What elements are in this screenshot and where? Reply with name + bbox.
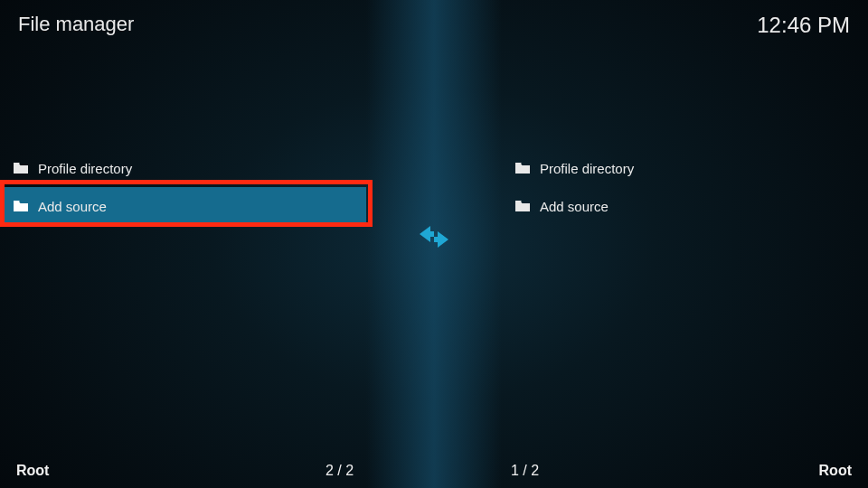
list-item[interactable]: Profile directory <box>502 149 868 187</box>
folder-icon <box>13 162 29 174</box>
center-divider <box>366 0 502 488</box>
left-count: 2 / 2 <box>326 463 354 479</box>
folder-icon <box>514 200 531 212</box>
right-pane: Profile directory Add source <box>502 149 868 225</box>
page-title: File manager <box>18 13 134 36</box>
folder-icon <box>514 162 531 174</box>
right-count: 1 / 2 <box>511 463 539 479</box>
list-item-label: Profile directory <box>540 161 634 176</box>
left-pane: Profile directory Add source <box>0 149 366 225</box>
list-item[interactable]: Add source <box>502 187 868 225</box>
right-root-label: Root <box>819 463 852 479</box>
left-root-label: Root <box>16 463 49 479</box>
list-item[interactable]: Profile directory <box>0 149 366 187</box>
folder-icon <box>13 200 29 212</box>
list-item-label: Add source <box>540 199 609 214</box>
list-item-label: Add source <box>38 199 107 214</box>
list-item-add-source[interactable]: Add source <box>0 187 366 225</box>
footer: Root 2 / 2 1 / 2 Root <box>0 448 868 488</box>
clock: 12:46 PM <box>757 13 850 38</box>
swap-arrows-icon <box>416 223 452 250</box>
list-item-label: Profile directory <box>38 161 132 176</box>
